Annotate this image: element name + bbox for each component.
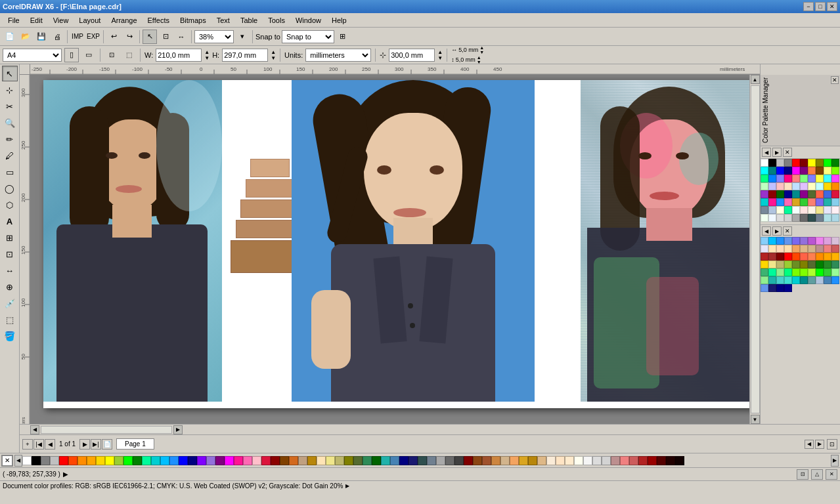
polygon-tool[interactable]: ⬡	[2, 197, 18, 213]
bottom-color-cell[interactable]	[399, 456, 409, 465]
color-cell[interactable]	[816, 159, 824, 167]
color-cell[interactable]	[776, 190, 784, 198]
menu-table[interactable]: Table	[235, 15, 263, 26]
color-cell[interactable]	[824, 206, 831, 214]
color-cell[interactable]	[761, 167, 768, 175]
bottom-color-cell[interactable]	[390, 456, 399, 465]
color-cell[interactable]	[792, 261, 800, 268]
height-down[interactable]: ▼	[271, 55, 276, 61]
color-cell[interactable]	[816, 245, 824, 253]
color-cell[interactable]	[816, 268, 824, 276]
color-cell[interactable]	[800, 206, 808, 214]
rectangle-tool[interactable]: ▭	[2, 164, 18, 180]
pos-down[interactable]: ▼	[437, 55, 443, 61]
page-insert-btn[interactable]: 📄	[102, 439, 112, 450]
palette-x-btn[interactable]: ✕	[783, 148, 792, 157]
menu-view[interactable]: View	[48, 15, 74, 26]
open-button[interactable]: 📂	[18, 30, 33, 44]
bottom-color-cell[interactable]	[500, 456, 510, 465]
bottom-color-cell[interactable]	[206, 456, 215, 465]
bottom-color-cell[interactable]	[454, 456, 464, 465]
page-scroll-left[interactable]: ◀	[805, 440, 814, 449]
color-cell[interactable]	[816, 253, 824, 261]
hscroll-right[interactable]: ▶	[173, 425, 183, 434]
color-cell[interactable]	[768, 268, 776, 276]
select-tool[interactable]: ↖	[2, 66, 18, 81]
color-cell[interactable]	[800, 261, 808, 268]
color-cell[interactable]	[808, 159, 816, 167]
page-first-btn[interactable]: |◀	[33, 439, 44, 450]
menu-text[interactable]: Text	[211, 15, 235, 26]
import-button[interactable]: IMP	[70, 30, 85, 44]
color-cell[interactable]	[761, 237, 768, 245]
color-cell[interactable]	[768, 261, 776, 268]
palette-prev[interactable]: ◀	[762, 148, 771, 157]
color-cell[interactable]	[816, 276, 824, 284]
menu-layout[interactable]: Layout	[74, 15, 106, 26]
color-cell[interactable]	[768, 190, 776, 198]
color-cell[interactable]	[800, 167, 808, 175]
color-cell[interactable]	[761, 284, 768, 292]
color-cell[interactable]	[808, 198, 816, 206]
snapx-down[interactable]: ▼	[479, 50, 484, 54]
color-cell[interactable]	[768, 276, 776, 284]
bottom-color-cell[interactable]	[123, 456, 133, 465]
color-cell[interactable]	[824, 276, 831, 284]
color-cell[interactable]	[768, 284, 776, 292]
color-cell[interactable]	[784, 175, 792, 182]
snapy-down[interactable]: ▼	[477, 60, 481, 64]
color-cell[interactable]	[768, 182, 776, 190]
color-cell[interactable]	[784, 159, 792, 167]
color-cell[interactable]	[816, 237, 824, 245]
bottom-color-cell[interactable]	[491, 456, 500, 465]
bottom-color-cell[interactable]	[114, 456, 123, 465]
landscape-button[interactable]: ▭	[81, 48, 96, 62]
color-cell[interactable]	[816, 175, 824, 182]
color-cell[interactable]	[768, 245, 776, 253]
color-cell[interactable]	[784, 190, 792, 198]
color-cell[interactable]	[792, 175, 800, 182]
bottom-color-cell[interactable]	[372, 456, 381, 465]
color-cell[interactable]	[800, 268, 808, 276]
bottom-color-cell[interactable]	[261, 456, 271, 465]
color-cell[interactable]	[776, 206, 784, 214]
color-cell[interactable]	[776, 167, 784, 175]
color-cell[interactable]	[784, 276, 792, 284]
bottom-color-cell[interactable]	[574, 456, 583, 465]
coords-expand[interactable]: ▶	[63, 471, 68, 478]
color-cell[interactable]	[808, 214, 816, 222]
color-cell[interactable]	[776, 276, 784, 284]
color-cell[interactable]	[824, 167, 831, 175]
portrait-button[interactable]: ▯	[64, 48, 79, 62]
color-cell[interactable]	[761, 175, 768, 182]
export-button[interactable]: EXP	[86, 30, 100, 44]
bottom-color-cell[interactable]	[556, 456, 565, 465]
color-cell[interactable]	[768, 198, 776, 206]
palette2-prev[interactable]: ◀	[762, 226, 771, 236]
bottom-color-cell[interactable]	[657, 456, 666, 465]
hscroll-left[interactable]: ◀	[30, 425, 39, 434]
color-cell[interactable]	[792, 214, 800, 222]
width-up[interactable]: ▲	[204, 49, 210, 55]
page-prev-btn[interactable]: ◀	[45, 439, 55, 450]
undo-button[interactable]: ↩	[106, 30, 121, 44]
color-cell[interactable]	[761, 190, 768, 198]
color-cell[interactable]	[831, 245, 839, 253]
bottom-color-cell[interactable]	[436, 456, 445, 465]
bottom-color-cell[interactable]	[381, 456, 390, 465]
color-cell[interactable]	[776, 182, 784, 190]
close-button[interactable]: ✕	[827, 2, 837, 11]
bottom-color-cell[interactable]	[142, 456, 151, 465]
color-cell[interactable]	[824, 175, 831, 182]
color-cell[interactable]	[761, 253, 768, 261]
print-button[interactable]: 🖨	[50, 30, 64, 44]
color-cell[interactable]	[824, 237, 831, 245]
color-cell[interactable]	[784, 167, 792, 175]
palette-arrow-left[interactable]: ◀	[14, 455, 22, 467]
color-cell[interactable]	[808, 190, 816, 198]
node-tool[interactable]: ⊹	[2, 82, 18, 98]
menu-file[interactable]: File	[3, 15, 25, 26]
bottom-color-cell[interactable]	[234, 456, 243, 465]
vscroll-up[interactable]: ▲	[751, 75, 760, 84]
color-cell[interactable]	[824, 214, 831, 222]
